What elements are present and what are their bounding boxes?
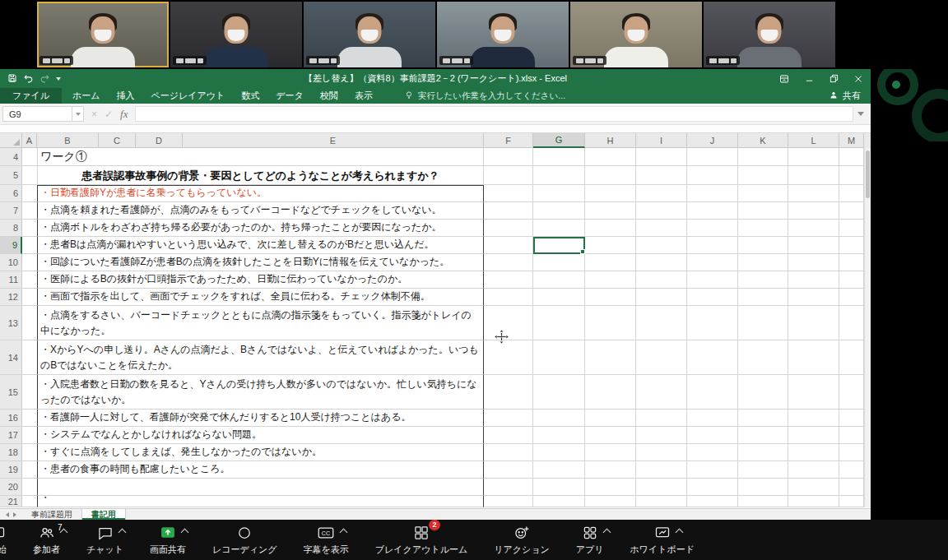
cell-K6[interactable] [738,185,788,202]
column-header-B[interactable]: B [37,133,99,148]
cell-L18[interactable] [788,444,839,461]
formula-input[interactable] [135,106,853,122]
cell-J12[interactable] [687,289,738,306]
cell-G4[interactable] [533,148,585,166]
cell-G6[interactable] [533,185,585,202]
cell-A15[interactable] [22,375,37,410]
cell-I9[interactable] [636,237,687,254]
cell-F5[interactable] [484,166,533,185]
row-header-12[interactable]: 12 [0,289,22,306]
cell-G10[interactable] [533,254,585,271]
cell-L21[interactable] [788,496,839,507]
restore-button[interactable] [821,69,846,88]
cell-J14[interactable] [687,340,738,375]
cell-F19[interactable] [484,461,533,479]
cell-A8[interactable] [22,220,37,237]
cell-J11[interactable] [687,271,738,289]
column-header-A[interactable]: A [22,133,37,148]
cell-J13[interactable] [687,306,738,340]
cell-text-B7[interactable]: ・点滴を頼まれた看護師が、点滴のみをもってバーコードなどでチェックをしていない。 [37,202,484,220]
cell-G8[interactable] [533,220,585,237]
cell-L15[interactable] [788,375,839,410]
cell-M14[interactable] [839,340,864,375]
cell-K9[interactable] [738,237,788,254]
cell-A11[interactable] [22,271,37,289]
cell-M16[interactable] [839,410,864,427]
cell-H21[interactable] [585,496,636,507]
sheet-tab-1[interactable]: 書記用 [82,509,126,520]
cell-A17[interactable] [22,427,37,444]
row-header-13[interactable]: 13 [0,306,22,340]
cell-F17[interactable] [484,427,533,444]
cell-F21[interactable] [484,496,533,507]
name-box-dropdown-icon[interactable] [72,106,84,122]
save-icon[interactable] [7,72,17,86]
cell-J9[interactable] [687,237,738,254]
cell-A9[interactable] [22,237,37,254]
ribbon-tab-0[interactable]: ファイル [0,88,62,104]
cell-I14[interactable] [636,340,687,375]
cell-A18[interactable] [22,444,37,461]
cell-I5[interactable] [636,166,687,185]
cell-text-B16[interactable]: ・看護師一人に対して、看護師が突発で休んだりすると10人受け持つことはある。 [37,410,484,427]
cell-J20[interactable] [687,479,738,496]
cell-M10[interactable] [839,254,864,271]
cell-K8[interactable] [738,220,788,237]
ribbon-tab-2[interactable]: 挿入 [109,88,143,104]
cell-G13[interactable] [533,306,585,340]
cell-G12[interactable] [533,289,585,306]
row-header-18[interactable]: 18 [0,444,22,461]
column-header-L[interactable]: L [788,133,839,148]
cell-K18[interactable] [738,444,788,461]
cell-G14[interactable] [533,340,585,375]
sheet-tab-0[interactable]: 事前課題用 [22,509,82,520]
row-header-9[interactable]: 9 [0,237,22,254]
cell-A5[interactable] [22,166,37,185]
row-header-11[interactable]: 11 [0,271,22,289]
cell-G17[interactable] [533,427,585,444]
row-header-15[interactable]: 15 [0,375,22,410]
cell-J5[interactable] [687,166,738,185]
qat-dropdown-icon[interactable] [56,77,61,81]
cell-K13[interactable] [738,306,788,340]
cell-K5[interactable] [738,166,788,185]
cell-text-B9[interactable]: ・患者Bは点滴が漏れやすいという思い込みで、次に差し替えるのがBだと思い込んだ。 [37,237,484,254]
toolbar-item-breakout[interactable]: 2ブレイクアウトルーム [375,525,467,556]
cell-J8[interactable] [687,220,738,237]
cell-H5[interactable] [585,166,636,185]
formula-bar-expand-icon[interactable] [853,112,868,116]
cell-A10[interactable] [22,254,37,271]
ribbon-tab-4[interactable]: 数式 [233,88,267,104]
cell-H14[interactable] [585,340,636,375]
row-header-16[interactable]: 16 [0,410,22,427]
cell-M9[interactable] [839,237,864,254]
column-header-F[interactable]: F [484,133,533,148]
cell-M15[interactable] [839,375,864,410]
undo-icon[interactable] [23,72,34,86]
cell-text-B5[interactable]: 患者誤認事故事例の背景・要因としてどのようなことが考えられますか？ [37,166,484,185]
cell-text-B8[interactable]: ・点滴ボトルをわざわざ持ち帰る必要があったのか。持ち帰ったことが要因になったか。 [37,220,484,237]
cell-H10[interactable] [585,254,636,271]
cell-F14[interactable] [484,340,533,375]
chevron-up-icon[interactable] [340,528,348,536]
fill-handle[interactable] [580,249,585,254]
cell-A21[interactable] [22,496,37,507]
chevron-up-icon[interactable] [118,528,126,536]
cell-L14[interactable] [788,340,839,375]
cell-J7[interactable] [687,202,738,220]
column-header-D[interactable]: D [136,133,183,148]
tell-me-box[interactable]: 実行したい作業を入力してください... [404,90,565,102]
cell-A12[interactable] [22,289,37,306]
cell-I11[interactable] [636,271,687,289]
cell-G9[interactable] [533,237,585,254]
toolbar-item-start[interactable]: 開始 [0,525,7,556]
ribbon-tab-5[interactable]: データ [267,88,312,104]
cell-A7[interactable] [22,202,37,220]
cell-text-B4[interactable]: ワーク① [37,148,484,166]
cell-M11[interactable] [839,271,864,289]
column-header-E[interactable]: E [183,133,484,148]
cell-text-B15[interactable]: ・入院患者数と日勤の数を見ると、Yさんの受け持ち人数が多いのではないか。忙しい気… [37,375,484,410]
cell-F10[interactable] [484,254,533,271]
cell-G5[interactable] [533,166,585,185]
cell-L5[interactable] [788,166,839,185]
